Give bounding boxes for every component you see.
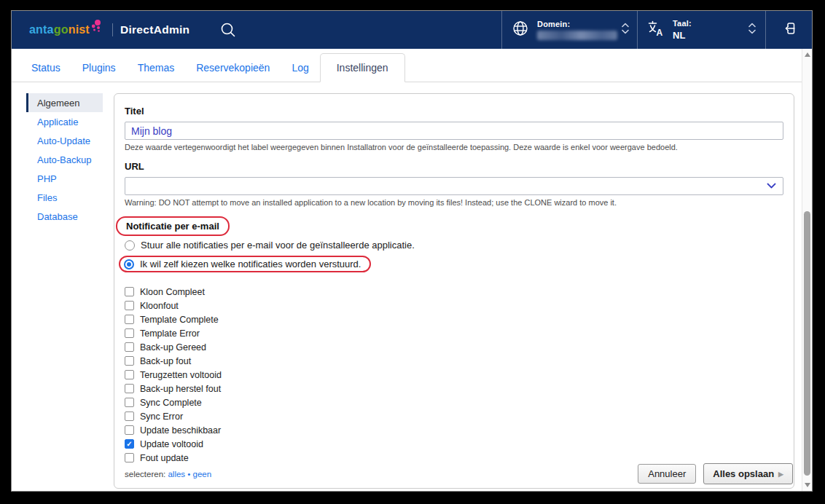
checkbox-row-sync-error[interactable]: Sync Error bbox=[125, 409, 783, 423]
top-bar: antagonist DirectAdmin bbox=[12, 11, 812, 49]
language-select[interactable]: A Taal: NL bbox=[637, 11, 765, 49]
notification-option-custom-highlight[interactable]: Ik wil zelf kiezen welke notificaties wo… bbox=[119, 256, 371, 272]
checkbox-row-update-beschikbaar[interactable]: Update beschikbaar bbox=[125, 423, 783, 437]
logo-part-orange: nist bbox=[69, 23, 90, 36]
checkbox-sync-error[interactable] bbox=[125, 412, 134, 421]
checkbox-label: Back-up Gereed bbox=[140, 342, 206, 353]
sidebar-item-files[interactable]: Files bbox=[26, 188, 103, 207]
product-name: DirectAdmin bbox=[120, 23, 189, 36]
select-all-link[interactable]: alles bbox=[168, 470, 185, 479]
antagonist-dots-icon bbox=[91, 20, 102, 36]
checkbox-kloonfout[interactable] bbox=[125, 301, 134, 310]
tab-bar: Status Plugins Themas Reservekopieën Log… bbox=[12, 49, 812, 82]
notification-label: Notificatie per e-mail bbox=[126, 221, 219, 232]
checkbox-kloon-compleet[interactable] bbox=[125, 287, 134, 296]
checkbox-label: Update beschikbaar bbox=[140, 425, 221, 436]
notification-checkbox-list: Kloon Compleet Kloonfout Template Comple… bbox=[125, 285, 783, 465]
language-label: Taal: bbox=[673, 19, 744, 28]
checkbox-label: Fout update bbox=[140, 453, 189, 463]
save-all-button[interactable]: Alles opslaan ▶ bbox=[703, 463, 793, 484]
radio-custom-label: Ik wil zelf kiezen welke notificaties wo… bbox=[140, 259, 361, 269]
chevron-updown-icon bbox=[748, 22, 756, 38]
checkbox-fout-update[interactable] bbox=[125, 453, 134, 462]
checkbox-label: Template Error bbox=[140, 328, 200, 339]
checkbox-label: Sync Error bbox=[140, 412, 183, 422]
titel-help-text: Deze waarde vertegenwoordigt het label w… bbox=[125, 143, 783, 151]
checkbox-row-template-complete[interactable]: Template Complete bbox=[125, 312, 783, 326]
sidebar-item-applicatie[interactable]: Applicatie bbox=[26, 112, 103, 131]
radio-all-label: Stuur alle notificaties per e-mail voor … bbox=[141, 240, 415, 251]
settings-sidebar: Algemeen Applicatie Auto-Update Auto-Bac… bbox=[26, 93, 103, 489]
domain-label: Domein: bbox=[537, 20, 617, 28]
checkbox-label: Sync Complete bbox=[140, 398, 202, 408]
url-select[interactable] bbox=[125, 177, 783, 195]
checkbox-label: Terugzetten voltooid bbox=[140, 370, 222, 380]
checkbox-backup-fout[interactable] bbox=[125, 356, 134, 366]
language-value: NL bbox=[673, 30, 744, 41]
logo-part-blue: anta bbox=[29, 23, 54, 36]
tab-plugins[interactable]: Plugins bbox=[71, 54, 127, 82]
sidebar-item-algemeen[interactable]: Algemeen bbox=[26, 93, 103, 112]
checkbox-update-beschikbaar[interactable] bbox=[125, 425, 134, 435]
chevron-updown-icon bbox=[622, 22, 629, 38]
vertical-scrollbar[interactable] bbox=[802, 49, 812, 491]
checkbox-row-terugzetten-voltooid[interactable]: Terugzetten voltooid bbox=[125, 368, 783, 382]
sidebar-item-php[interactable]: PHP bbox=[26, 169, 103, 188]
checkbox-row-backup-gereed[interactable]: Back-up Gereed bbox=[125, 340, 783, 354]
sidebar-item-auto-update[interactable]: Auto-Update bbox=[26, 131, 103, 150]
checkbox-row-backup-fout[interactable]: Back-up fout bbox=[125, 354, 783, 368]
tab-themas[interactable]: Themas bbox=[127, 54, 186, 82]
checkbox-row-template-error[interactable]: Template Error bbox=[125, 326, 783, 340]
logout-button[interactable] bbox=[765, 11, 812, 49]
scrollbar-thumb[interactable] bbox=[804, 211, 810, 476]
tab-reservekopieen[interactable]: Reservekopieën bbox=[185, 54, 281, 82]
domain-value-redacted bbox=[537, 31, 617, 40]
scroll-down-arrow[interactable] bbox=[805, 483, 810, 487]
checkbox-row-kloonfout[interactable]: Kloonfout bbox=[125, 299, 783, 312]
checkbox-row-update-voltooid[interactable]: Update voltooid bbox=[125, 437, 783, 451]
checkbox-label: Kloon Compleet bbox=[140, 287, 205, 297]
settings-panel: Titel Deze waarde vertegenwoordigt het l… bbox=[114, 93, 794, 489]
domain-select[interactable]: Domein: bbox=[501, 11, 637, 49]
checkbox-row-sync-complete[interactable]: Sync Complete bbox=[125, 395, 783, 409]
checkbox-backup-gereed[interactable] bbox=[125, 342, 134, 352]
checkbox-update-voltooid[interactable] bbox=[125, 439, 134, 449]
sign-out-icon bbox=[780, 19, 799, 41]
url-label: URL bbox=[125, 161, 783, 172]
tab-log[interactable]: Log bbox=[281, 54, 319, 82]
notification-option-all[interactable]: Stuur alle notificaties per e-mail voor … bbox=[125, 240, 783, 251]
cancel-button[interactable]: Annuleer bbox=[638, 464, 696, 484]
language-field: Taal: NL bbox=[673, 19, 744, 41]
directadmin-window: antagonist DirectAdmin bbox=[11, 10, 813, 492]
selecteren-prefix: selecteren: bbox=[125, 470, 165, 479]
search-icon[interactable] bbox=[219, 20, 238, 39]
checkbox-row-backup-herstel-fout[interactable]: Back-up herstel fout bbox=[125, 382, 783, 395]
checkbox-row-kloon-compleet[interactable]: Kloon Compleet bbox=[125, 285, 783, 299]
checkbox-sync-complete[interactable] bbox=[125, 398, 134, 407]
radio-custom-notifications[interactable] bbox=[124, 259, 134, 269]
sidebar-item-database[interactable]: Database bbox=[26, 207, 103, 226]
play-arrow-icon: ▶ bbox=[778, 470, 783, 478]
radio-all-notifications[interactable] bbox=[125, 240, 135, 251]
checkbox-label: Back-up herstel fout bbox=[140, 384, 221, 394]
sidebar-item-auto-backup[interactable]: Auto-Backup bbox=[26, 150, 103, 169]
logo-divider bbox=[112, 23, 113, 36]
titel-input[interactable] bbox=[125, 122, 783, 140]
footer-actions: Annuleer Alles opslaan ▶ bbox=[638, 463, 793, 484]
checkbox-backup-herstel-fout[interactable] bbox=[125, 384, 134, 393]
tab-instellingen[interactable]: Instellingen bbox=[320, 53, 405, 82]
scroll-up-arrow[interactable] bbox=[805, 52, 810, 57]
select-none-link[interactable]: geen bbox=[193, 470, 212, 479]
checkbox-template-error[interactable] bbox=[125, 328, 134, 338]
checkbox-terugzetten-voltooid[interactable] bbox=[125, 370, 134, 379]
globe-icon bbox=[512, 20, 529, 40]
checkbox-template-complete[interactable] bbox=[125, 315, 134, 324]
checkbox-label: Back-up fout bbox=[140, 356, 191, 366]
checkbox-label: Update voltooid bbox=[140, 439, 203, 449]
titel-label: Titel bbox=[125, 106, 783, 117]
tab-status[interactable]: Status bbox=[20, 54, 71, 82]
svg-text:A: A bbox=[657, 28, 663, 38]
checkbox-label: Kloonfout bbox=[140, 301, 179, 311]
translate-icon: A bbox=[647, 20, 665, 40]
logo-part-green: go bbox=[54, 23, 69, 36]
